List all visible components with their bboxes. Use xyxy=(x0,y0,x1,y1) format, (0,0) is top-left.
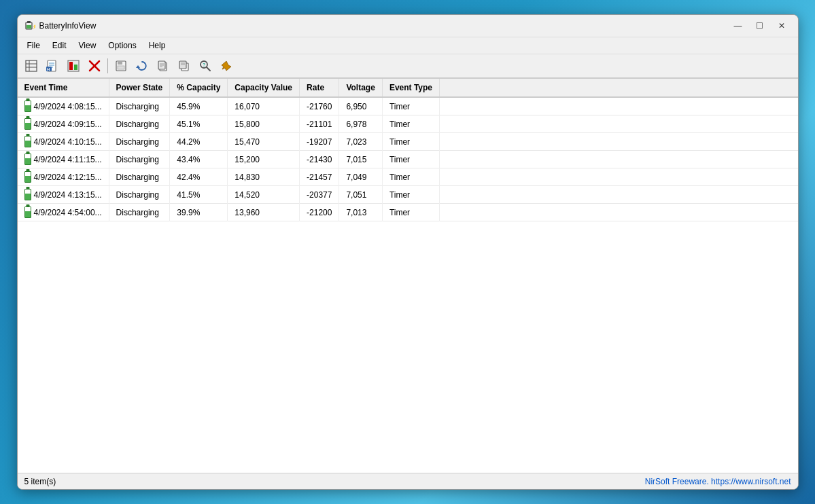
cell-event-type: Timer xyxy=(382,133,439,151)
table-row[interactable]: 4/9/2024 4:10:15...Discharging44.2%15,47… xyxy=(18,133,798,151)
menu-edit[interactable]: Edit xyxy=(47,39,72,52)
svg-line-33 xyxy=(207,67,210,71)
cell-rate: -20377 xyxy=(300,186,339,204)
svg-text:?: ? xyxy=(203,62,205,67)
toolbar: H xyxy=(18,54,798,79)
nirsoft-link[interactable]: NirSoft Freeware. https://www.nirsoft.ne… xyxy=(645,477,791,486)
cell-power-state: Discharging xyxy=(109,168,170,186)
cell-event-time: 4/9/2024 4:08:15... xyxy=(18,97,109,115)
cell-pct-capacity: 45.9% xyxy=(170,97,228,115)
toolbar-reload[interactable] xyxy=(133,57,152,75)
cell-event-type: Timer xyxy=(382,115,439,133)
window-title: BatteryInfoView xyxy=(39,21,97,31)
cell-power-state: Discharging xyxy=(109,97,170,115)
cell-pct-capacity: 41.5% xyxy=(170,186,228,204)
cell-voltage: 7,015 xyxy=(339,151,382,168)
maximize-button[interactable]: ☐ xyxy=(750,19,769,33)
col-extra xyxy=(440,79,798,97)
menu-view[interactable]: View xyxy=(73,39,102,52)
cell-power-state: Discharging xyxy=(109,186,170,204)
app-icon: ⚡ xyxy=(24,20,35,31)
toolbar-pin[interactable] xyxy=(217,57,236,75)
cell-event-type: Timer xyxy=(382,204,439,221)
cell-event-time: 4/9/2024 4:10:15... xyxy=(18,133,109,151)
cell-pct-capacity: 43.4% xyxy=(170,151,228,168)
minimize-button[interactable]: — xyxy=(729,19,748,33)
cell-event-time: 4/9/2024 4:12:15... xyxy=(18,168,109,186)
title-bar: ⚡ BatteryInfoView — ☐ ✕ xyxy=(18,15,798,37)
menu-help[interactable]: Help xyxy=(143,39,171,52)
cell-event-time: 4/9/2024 4:54:00... xyxy=(18,204,109,221)
cell-voltage: 7,013 xyxy=(339,204,382,221)
cell-power-state: Discharging xyxy=(109,204,170,221)
table-header-row: Event Time Power State % Capacity Capaci… xyxy=(18,79,798,97)
toolbar-delete[interactable] xyxy=(85,57,104,75)
svg-rect-20 xyxy=(118,61,122,65)
menu-options[interactable]: Options xyxy=(103,39,141,52)
col-rate[interactable]: Rate xyxy=(300,79,339,97)
col-power-state[interactable]: Power State xyxy=(109,79,170,97)
table-row[interactable]: 4/9/2024 4:09:15...Discharging45.1%15,80… xyxy=(18,115,798,133)
cell-voltage: 7,049 xyxy=(339,168,382,186)
cell-power-state: Discharging xyxy=(109,151,170,168)
cell-event-time: 4/9/2024 4:11:15... xyxy=(18,151,109,168)
cell-event-type: Timer xyxy=(382,168,439,186)
col-capacity-value[interactable]: Capacity Value xyxy=(228,79,300,97)
toolbar-table-view[interactable] xyxy=(22,57,41,75)
cell-pct-capacity: 42.4% xyxy=(170,168,228,186)
window-controls: — ☐ ✕ xyxy=(729,19,791,33)
svg-rect-15 xyxy=(69,62,73,70)
cell-power-state: Discharging xyxy=(109,133,170,151)
cell-event-time: 4/9/2024 4:13:15... xyxy=(18,186,109,204)
cell-rate: -19207 xyxy=(300,133,339,151)
cell-extra xyxy=(440,168,798,186)
cell-rate: -21101 xyxy=(300,115,339,133)
toolbar-battery-info[interactable] xyxy=(64,57,83,75)
toolbar-html-report[interactable]: H xyxy=(43,57,62,75)
table-row[interactable]: 4/9/2024 4:12:15...Discharging42.4%14,83… xyxy=(18,168,798,186)
col-event-time[interactable]: Event Time xyxy=(18,79,109,97)
main-window: ⚡ BatteryInfoView — ☐ ✕ File Edit View O… xyxy=(17,14,799,490)
svg-text:H: H xyxy=(47,67,50,71)
cell-rate: -21430 xyxy=(300,151,339,168)
toolbar-search[interactable]: ? xyxy=(196,57,215,75)
svg-rect-2 xyxy=(27,25,31,29)
toolbar-copy[interactable] xyxy=(154,57,173,75)
close-button[interactable]: ✕ xyxy=(772,19,791,33)
cell-event-type: Timer xyxy=(382,186,439,204)
cell-voltage: 6,978 xyxy=(339,115,382,133)
cell-extra xyxy=(440,204,798,221)
menu-file[interactable]: File xyxy=(22,39,46,52)
svg-marker-22 xyxy=(136,65,140,68)
col-event-type[interactable]: Event Type xyxy=(382,79,439,97)
col-voltage[interactable]: Voltage xyxy=(339,79,382,97)
svg-rect-29 xyxy=(179,61,186,69)
cell-pct-capacity: 39.9% xyxy=(170,204,228,221)
title-bar-left: ⚡ BatteryInfoView xyxy=(24,20,97,31)
svg-rect-1 xyxy=(27,21,31,23)
cell-capacity-value: 13,960 xyxy=(228,204,300,221)
cell-event-type: Timer xyxy=(382,151,439,168)
cell-capacity-value: 15,470 xyxy=(228,133,300,151)
toolbar-copy-all[interactable] xyxy=(175,57,194,75)
data-table: Event Time Power State % Capacity Capaci… xyxy=(18,79,798,221)
cell-event-type: Timer xyxy=(382,97,439,115)
col-pct-capacity[interactable]: % Capacity xyxy=(170,79,228,97)
cell-capacity-value: 16,070 xyxy=(228,97,300,115)
table-row[interactable]: 4/9/2024 4:11:15...Discharging43.4%15,20… xyxy=(18,151,798,168)
cell-event-time: 4/9/2024 4:09:15... xyxy=(18,115,109,133)
toolbar-save[interactable] xyxy=(111,57,131,75)
table-area[interactable]: Event Time Power State % Capacity Capaci… xyxy=(18,79,798,473)
table-row[interactable]: 4/9/2024 4:13:15...Discharging41.5%14,52… xyxy=(18,186,798,204)
status-bar: 5 item(s) NirSoft Freeware. https://www.… xyxy=(18,473,798,489)
cell-extra xyxy=(440,133,798,151)
cell-pct-capacity: 45.1% xyxy=(170,115,228,133)
cell-extra xyxy=(440,186,798,204)
table-row[interactable]: 4/9/2024 4:08:15...Discharging45.9%16,07… xyxy=(18,97,798,115)
table-row[interactable]: 4/9/2024 4:54:00...Discharging39.9%13,96… xyxy=(18,204,798,221)
menu-bar: File Edit View Options Help xyxy=(18,37,798,54)
cell-capacity-value: 14,520 xyxy=(228,186,300,204)
cell-extra xyxy=(440,151,798,168)
cell-extra xyxy=(440,97,798,115)
cell-voltage: 6,950 xyxy=(339,97,382,115)
